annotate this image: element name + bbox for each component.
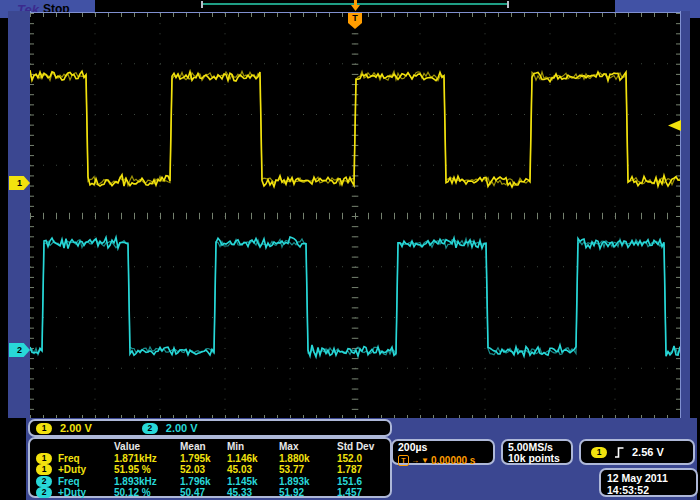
record-start-bracket xyxy=(201,1,203,8)
channel2-badge: 2 xyxy=(142,423,158,434)
waveform-display xyxy=(30,12,680,420)
oscilloscope-screen: Tek Stop T 1 2 1 2.00 V 2 2.00 V Value xyxy=(0,0,700,500)
trigger-position-readout: T→▼ 0.00000 s xyxy=(398,455,493,466)
measurement-min: 1.145k xyxy=(227,476,279,488)
measurement-header-value: Value xyxy=(114,441,180,453)
left-bezel-strip xyxy=(8,11,31,419)
measurement-name: +Duty xyxy=(58,487,86,499)
measurement-mean: 1.795k xyxy=(180,453,227,465)
measurement-stddev: 151.6 xyxy=(337,476,392,488)
measurement-value: 51.95 % xyxy=(114,464,180,476)
channel-scale-readout: 1 2.00 V 2 2.00 V xyxy=(28,419,392,437)
trigger-source-badge: 1 xyxy=(591,447,607,458)
rising-edge-icon xyxy=(614,446,625,459)
trigger-position-value: 0.00000 s xyxy=(431,455,476,466)
channel2-scale: 2.00 V xyxy=(166,422,198,434)
record-view-strip xyxy=(95,0,615,11)
channel1-badge: 1 xyxy=(36,423,52,434)
measurement-max: 53.77 xyxy=(279,464,337,476)
measurement-value: 50.12 % xyxy=(114,487,180,499)
measurement-row-label: 1 +Duty xyxy=(34,464,114,476)
right-bezel-strip xyxy=(680,11,690,419)
arrow-right-icon: → xyxy=(411,455,419,466)
measurement-value: 1.871kHz xyxy=(114,453,180,465)
measurement-header-min: Min xyxy=(227,441,279,453)
channel2-badge: 2 xyxy=(36,487,52,498)
channel2-trace xyxy=(30,237,680,357)
readout-panel: 1 2.00 V 2 2.00 V Value Mean Min Max Std… xyxy=(0,418,700,500)
trigger-readout: 1 2.56 V xyxy=(579,439,695,465)
measurement-table: Value Mean Min Max Std Dev 1 Freq 1.871k… xyxy=(28,437,392,498)
measurement-mean: 52.03 xyxy=(180,464,227,476)
graticule-and-traces xyxy=(30,13,680,419)
measurement-row-label: 2 Freq xyxy=(34,476,114,488)
measurement-stddev: 1.457 xyxy=(337,487,392,499)
datetime-readout: 12 May 2011 14:53:52 xyxy=(599,468,698,497)
date-value: 12 May 2011 xyxy=(607,472,696,484)
channel2-badge: 2 xyxy=(36,476,52,487)
measurement-mean: 1.796k xyxy=(180,476,227,488)
measurement-name: +Duty xyxy=(58,464,86,476)
channel1-scale: 2.00 V xyxy=(60,422,92,434)
record-end-bracket xyxy=(507,1,509,8)
channel1-badge: 1 xyxy=(36,464,52,475)
measurement-stddev: 152.0 xyxy=(337,453,392,465)
trigger-t-icon: T xyxy=(398,455,409,466)
measurement-header-max: Max xyxy=(279,441,337,453)
measurement-value: 1.893kHz xyxy=(114,476,180,488)
measurement-max: 1.893k xyxy=(279,476,337,488)
measurement-header-stddev: Std Dev xyxy=(337,441,392,453)
measurement-min: 1.146k xyxy=(227,453,279,465)
measurement-min: 45.33 xyxy=(227,487,279,499)
measurement-min: 45.03 xyxy=(227,464,279,476)
timebase-scale: 200µs xyxy=(398,442,493,453)
measurement-header-mean: Mean xyxy=(180,441,227,453)
measurement-header-blank xyxy=(34,441,114,453)
measurement-name: Freq xyxy=(58,453,80,465)
measurement-name: Freq xyxy=(58,476,80,488)
arrow-down-icon: ▼ xyxy=(421,455,429,466)
record-trigger-position-icon xyxy=(351,0,360,11)
channel1-badge: 1 xyxy=(36,453,52,464)
acquisition-readout: 5.00MS/s 10k points xyxy=(501,439,573,465)
record-length: 10k points xyxy=(508,453,571,464)
timebase-readout: 200µs T→▼ 0.00000 s xyxy=(391,439,495,465)
measurement-max: 51.92 xyxy=(279,487,337,499)
measurement-stddev: 1.787 xyxy=(337,464,392,476)
measurement-row-label: 2 +Duty xyxy=(34,487,114,499)
measurement-row-label: 1 Freq xyxy=(34,453,114,465)
trigger-level-value: 2.56 V xyxy=(632,446,664,458)
measurement-max: 1.880k xyxy=(279,453,337,465)
panel-left-gutter xyxy=(0,418,26,500)
time-value: 14:53:52 xyxy=(607,484,696,496)
measurement-mean: 50.47 xyxy=(180,487,227,499)
